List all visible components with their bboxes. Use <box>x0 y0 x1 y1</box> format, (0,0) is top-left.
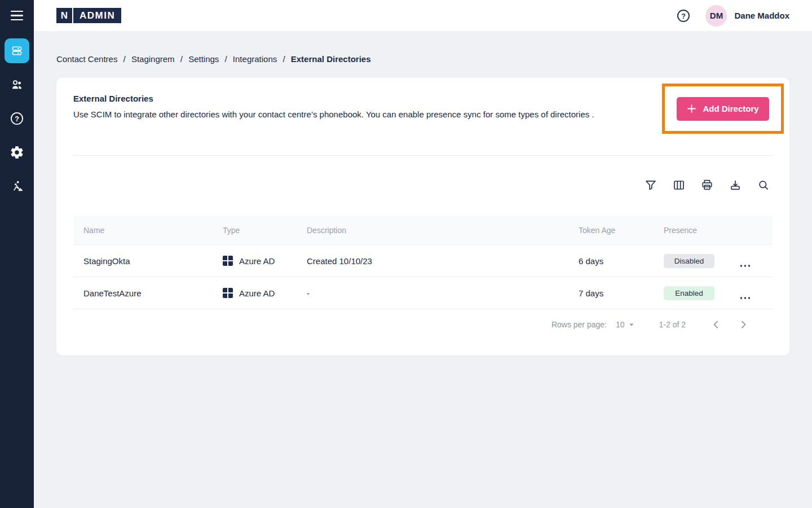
svg-text:?: ? <box>682 12 686 20</box>
breadcrumb-separator: / <box>225 54 227 64</box>
filter-icon[interactable] <box>644 178 657 192</box>
previous-page-icon[interactable] <box>709 318 723 331</box>
servers-icon <box>10 44 24 58</box>
user-name[interactable]: Dane Maddox <box>734 11 789 20</box>
column-header-type[interactable]: Type <box>223 226 307 235</box>
breadcrumb-integrations[interactable]: Integrations <box>233 54 277 64</box>
add-directory-button[interactable]: Add Directory <box>677 97 769 121</box>
caret-down-icon <box>626 319 637 330</box>
column-header-name[interactable]: Name <box>73 226 223 235</box>
add-directory-label: Add Directory <box>703 104 758 113</box>
table-row: StagingOkta Azure AD Created 10/10/23 6 … <box>73 245 773 277</box>
pagination-range: 1-2 of 2 <box>659 320 686 329</box>
menu-toggle-button[interactable] <box>0 0 34 31</box>
external-directories-page: { "colors": { "sidebar_bg": "#192338", "… <box>0 0 812 508</box>
table-row: DaneTestAzure Azure AD - 7 days Enabled <box>73 277 773 309</box>
presence-badge: Enabled <box>664 286 714 300</box>
breadcrumb-separator: / <box>283 54 285 64</box>
column-header-token-age[interactable]: Token Age <box>579 226 664 235</box>
sidebar-item-settings[interactable] <box>5 140 29 165</box>
presence-badge: Disabled <box>664 254 714 268</box>
rows-per-page-select[interactable]: 10 <box>616 319 637 330</box>
annotation-highlight: Add Directory <box>662 84 784 134</box>
hamburger-icon <box>11 11 23 21</box>
row-actions-menu-icon[interactable] <box>739 259 773 273</box>
sidebar: ? <box>0 0 34 508</box>
breadcrumb-current: External Directories <box>291 54 371 64</box>
column-header-description[interactable]: Description <box>307 226 579 235</box>
row-actions-menu-icon[interactable] <box>739 291 773 305</box>
directory-token-age: 6 days <box>579 256 664 266</box>
header-divider <box>73 155 773 156</box>
breadcrumb-separator: / <box>123 54 126 64</box>
table-header-row: Name Type Description Token Age Presence <box>73 216 773 245</box>
pagination: Rows per page: 10 1-2 of 2 <box>73 309 773 340</box>
gear-icon <box>10 145 24 160</box>
directory-type: Azure AD <box>239 256 275 266</box>
app-logo: N ADMIN <box>56 8 121 23</box>
directory-name: DaneTestAzure <box>73 288 223 298</box>
directory-type: Azure AD <box>239 288 275 298</box>
logo-n: N <box>56 8 72 23</box>
logo-admin-label: ADMIN <box>73 8 121 23</box>
topbar-right: ? DM Dane Maddox <box>676 5 789 27</box>
external-directories-card: External Directories Use SCIM to integra… <box>56 78 789 356</box>
users-icon <box>10 77 24 92</box>
search-icon[interactable] <box>757 178 770 192</box>
breadcrumb-contact-centres[interactable]: Contact Centres <box>56 54 117 64</box>
breadcrumb-stagingrem[interactable]: Stagingrem <box>131 54 175 64</box>
directory-name: StagingOkta <box>73 256 223 266</box>
user-avatar[interactable]: DM <box>705 5 727 27</box>
sidebar-item-help[interactable]: ? <box>5 106 29 131</box>
table-toolbar <box>644 178 770 192</box>
page-title: External Directories <box>73 94 153 103</box>
sidebar-item-users[interactable] <box>5 72 29 97</box>
breadcrumb: Contact Centres / Stagingrem / Settings … <box>56 54 371 64</box>
directory-description: - <box>307 288 579 298</box>
breadcrumb-settings[interactable]: Settings <box>188 54 219 64</box>
print-icon[interactable] <box>700 178 714 192</box>
construction-icon <box>10 179 24 194</box>
topbar: N ADMIN ? DM Dane Maddox <box>34 0 812 31</box>
directory-token-age: 7 days <box>579 288 664 298</box>
sidebar-item-tools[interactable] <box>5 174 29 199</box>
page-description: Use SCIM to integrate other directories … <box>73 110 594 119</box>
sidebar-item-contact-centres[interactable] <box>5 38 29 63</box>
sidebar-nav: ? <box>0 38 34 199</box>
rows-per-page-label: Rows per page: <box>551 320 607 329</box>
column-header-presence[interactable]: Presence <box>664 226 739 235</box>
plus-icon <box>687 104 696 113</box>
directory-description: Created 10/10/23 <box>307 256 579 266</box>
svg-text:?: ? <box>15 115 19 123</box>
directories-table: Name Type Description Token Age Presence… <box>73 216 773 340</box>
rows-per-page-value: 10 <box>616 320 625 329</box>
breadcrumb-separator: / <box>180 54 183 64</box>
help-button[interactable]: ? <box>676 8 691 23</box>
azure-ad-icon <box>223 288 233 298</box>
next-page-icon[interactable] <box>736 318 750 331</box>
azure-ad-icon <box>223 256 233 266</box>
columns-icon[interactable] <box>672 178 686 192</box>
help-icon: ? <box>10 111 24 126</box>
download-icon[interactable] <box>729 178 742 192</box>
